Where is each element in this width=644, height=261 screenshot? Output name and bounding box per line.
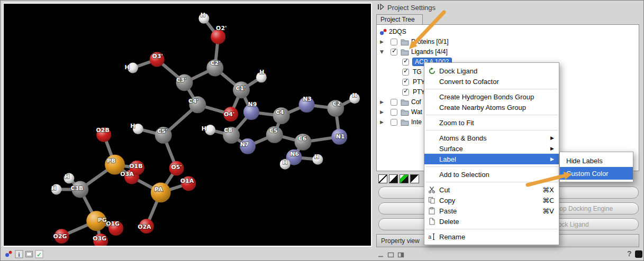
menu-separator [425, 166, 558, 167]
expand-branch-icon[interactable]: ▶ [380, 119, 384, 125]
render-mode-wire-icon[interactable] [378, 174, 387, 183]
menu-item-convert-to-cofactor[interactable]: Convert to Cofactor [424, 76, 559, 87]
folder-icon [401, 119, 409, 127]
svg-text:N3: N3 [303, 96, 312, 102]
svg-text:C2: C2 [332, 100, 341, 107]
svg-text:C1': C1' [236, 85, 246, 92]
menu-shortcut: ⌘X [542, 186, 554, 194]
checkmark-icon: ✓ [392, 47, 397, 54]
tree-checkbox[interactable]: ✓ [391, 49, 397, 55]
tree-checkbox[interactable] [391, 119, 397, 126]
menu-item-surface[interactable]: Surface▶ [424, 143, 559, 154]
menu-item-delete[interactable]: Delete [424, 216, 559, 227]
tree-checkbox[interactable] [391, 99, 397, 106]
submenu-arrow-icon: ▶ [550, 156, 554, 162]
collapse-panel-icon[interactable] [377, 4, 384, 12]
tree-item-label[interactable]: Wat [411, 108, 422, 116]
menu-item-label: Convert to Cofactor [439, 78, 499, 86]
tree-item-label[interactable]: Proteins [0/1] [411, 38, 449, 45]
molecule-icon[interactable] [5, 250, 14, 259]
menu-shortcut: ⌘V [542, 207, 554, 215]
expand-branch-icon[interactable]: ▶ [380, 99, 384, 105]
svg-text:a: a [429, 234, 432, 240]
svg-text:O2B: O2B [96, 127, 110, 134]
menu-separator [425, 89, 558, 89]
folder-icon [401, 49, 409, 57]
menu-item-cut[interactable]: Cut⌘X [424, 184, 559, 195]
expand-branch-icon[interactable]: ▶ [380, 109, 384, 115]
svg-text:H: H [201, 12, 205, 18]
menu-item-zoom-to-fit[interactable]: Zoom to Fit [424, 117, 559, 128]
tree-item-label[interactable]: Cof [411, 98, 421, 106]
tree-item-label[interactable]: Inte [411, 118, 422, 126]
svg-text:C6: C6 [298, 135, 307, 142]
menu-item-create-nearby-atoms-group[interactable]: Create Nearby Atoms Group [424, 102, 559, 113]
svg-text:O1B: O1B [129, 163, 142, 170]
check-icon[interactable]: ✓ [35, 250, 44, 259]
window-icon[interactable] [387, 251, 396, 260]
svg-text:PG: PG [98, 217, 107, 223]
menu-item-dock-ligand[interactable]: Dock Ligand [424, 66, 559, 76]
svg-text:H: H [124, 64, 129, 71]
svg-text:C8: C8 [224, 127, 232, 134]
paste-icon [428, 207, 439, 215]
submenu-item-hide-labels[interactable]: Hide Labels [560, 154, 633, 167]
menu-item-label: Label [439, 155, 456, 163]
submenu-item-label: Hide Labels [566, 157, 603, 165]
tree-checkbox[interactable]: ✓ [402, 69, 409, 76]
render-mode-dark-icon[interactable] [410, 174, 419, 183]
submenu-item-custom-color[interactable]: Custom Color [560, 167, 633, 180]
tree-row[interactable]: ▼✓Ligands [4/4] [377, 47, 639, 57]
menu-item-atoms-bonds[interactable]: Atoms & Bonds▶ [424, 133, 559, 143]
tree-item-label[interactable]: PTY [413, 78, 425, 86]
tree-row[interactable]: 2DQS [377, 27, 639, 37]
help-button[interactable]: ? [627, 249, 632, 258]
menu-item-paste[interactable]: Paste⌘V [424, 206, 559, 216]
project-settings-header[interactable]: Project Settings [377, 3, 436, 12]
svg-text:O3': O3' [152, 53, 163, 60]
menu-item-add-to-selection[interactable]: Add to Selection [424, 169, 559, 180]
menu-item-label: Cut [439, 186, 450, 194]
menu-shortcut: ⌘C [542, 197, 554, 204]
menu-item-label: Copy [439, 197, 455, 204]
tree-row[interactable]: ▶Proteins [0/1] [377, 37, 639, 47]
menu-icon-spacer [428, 171, 439, 179]
submenu-arrow-icon: ▶ [550, 146, 554, 151]
tab-project-tree[interactable]: Project Tree [376, 14, 423, 25]
tree-item-label[interactable]: PTY [413, 88, 425, 96]
menu-separator [425, 182, 558, 182]
minimize-icon[interactable] [377, 251, 386, 260]
svg-text:O5': O5' [171, 164, 182, 171]
tree-checkbox[interactable] [391, 109, 397, 116]
tree-checkbox[interactable]: ✓ [402, 59, 409, 66]
svg-text:C5': C5' [157, 128, 167, 135]
tree-checkbox[interactable]: ✓ [402, 79, 409, 86]
tree-checkbox[interactable]: ✓ [402, 89, 409, 96]
menu-item-copy[interactable]: Copy⌘C [424, 195, 559, 206]
split-icon[interactable] [397, 251, 406, 260]
menu-item-create-hydrogen-bonds-group[interactable]: Create Hydrogen Bonds Group [424, 91, 559, 102]
svg-text:H: H [259, 69, 264, 76]
render-mode-green-icon[interactable] [400, 174, 409, 183]
context-menu: Dock LigandConvert to CofactorCreate Hyd… [424, 62, 559, 245]
expand-branch-icon[interactable]: ▶ [380, 39, 384, 44]
menu-separator [425, 115, 558, 115]
molecular-viewport[interactable]: HO2'O3'HC2'HC3'C1'C4'O4'N9N3C2HC4HC8HC5N… [3, 3, 372, 247]
panel-toggle-icon[interactable] [635, 250, 642, 258]
render-mode-half-icon[interactable] [389, 174, 398, 183]
submenu-item-label: Custom Color [566, 170, 608, 178]
cut-icon [428, 186, 439, 194]
svg-text:H: H [51, 185, 56, 192]
tree-item-label[interactable]: Ligands [4/4] [411, 48, 448, 55]
label-submenu: Hide LabelsCustom Color [559, 152, 633, 182]
collapse-branch-icon[interactable]: ▼ [380, 49, 384, 54]
menu-item-label[interactable]: Label▶ [424, 154, 559, 164]
checkmark-icon: ✓ [403, 87, 409, 95]
tree-checkbox[interactable] [391, 39, 397, 45]
dock-ligand-icon [428, 67, 439, 75]
tree-item-label[interactable]: TG [413, 68, 422, 76]
svg-text:O1G: O1G [106, 220, 120, 227]
menu-item-rename[interactable]: aRename [424, 231, 559, 242]
info-icon[interactable]: i [15, 250, 24, 259]
grid-icon[interactable] [25, 250, 34, 259]
